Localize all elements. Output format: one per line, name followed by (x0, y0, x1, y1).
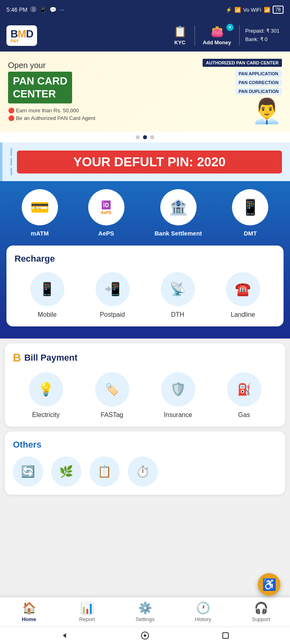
bill-fastag[interactable]: 🏷️ FASTag (95, 372, 129, 419)
whatsapp-icon: 📱 (39, 6, 46, 13)
other-icon-4: ⏱️ (136, 465, 150, 478)
nav-settings[interactable]: ⚙️ Settings (116, 601, 174, 622)
landline-icon-circle: ☎️ (226, 272, 260, 306)
more-icon: ··· (60, 6, 64, 13)
dmt-icon-circle: 📱 (232, 189, 268, 225)
recharge-mobile[interactable]: 📱 Mobile (30, 272, 64, 318)
history-icon: 🕐 (196, 601, 210, 615)
header-actions: 📋 KYC + 👛 Add Money Prepaid: ₹ 301 Bank:… (167, 25, 284, 45)
banner-title: PAN CARD CENTER (8, 72, 72, 103)
mobile-icon-circle: 📱 (30, 272, 64, 306)
back-button[interactable] (57, 628, 72, 643)
header-divider-1 (195, 25, 195, 45)
settings-icon: ⚙️ (138, 601, 152, 615)
electricity-icon: 💡 (38, 382, 54, 397)
pan-application[interactable]: PAN APPLICATION (235, 70, 282, 77)
dth-label: DTH (171, 311, 184, 318)
insurance-icon: 🛡️ (170, 382, 186, 397)
insurance-icon-circle: 🛡️ (161, 372, 195, 407)
pin-line-3 (10, 167, 12, 175)
settings-label: Settings (136, 616, 155, 622)
b-icon: Ⓑ (31, 6, 36, 13)
pin-banner: YOUR DEFULT PIN: 2020 (0, 142, 290, 181)
home-label: Home (22, 616, 36, 622)
pin-line-1 (10, 148, 12, 156)
service-dmt[interactable]: 📱 DMT (232, 189, 268, 237)
support-icon: 🎧 (254, 601, 268, 615)
recharge-card: Recharge 📱 Mobile 📲 Postpaid 📡 DTH (6, 246, 284, 326)
recharge-landline[interactable]: ☎️ Landline (226, 272, 260, 318)
recharge-dth[interactable]: 📡 DTH (161, 272, 195, 318)
insurance-label: Insurance (164, 411, 192, 419)
banner-container: Open your PAN CARD CENTER 🔴 Earn more th… (0, 52, 290, 132)
bill-electricity[interactable]: 💡 Electricity (29, 372, 63, 419)
header: BMD PAY 📋 KYC + 👛 Add Money Prepaid: ₹ 3… (0, 19, 290, 52)
nav-support[interactable]: 🎧 Support (232, 601, 290, 622)
prepaid-balance: Prepaid: ₹ 301 (245, 27, 280, 35)
services-section: 💳 mATM 🆔 AePS AePS 🏦 Bank Settlement 📱 D… (0, 181, 290, 339)
kyc-icon: 📋 (174, 25, 186, 38)
dth-icon: 📡 (170, 281, 186, 297)
battery-display: 78 (273, 6, 284, 14)
bill-gas[interactable]: ⛽ Gas (227, 372, 261, 419)
recharge-postpaid[interactable]: 📲 Postpaid (95, 272, 130, 318)
report-label: Report (79, 616, 95, 622)
postpaid-icon-circle: 📲 (95, 272, 130, 306)
bank-balance: Bank: ₹ 0 (245, 35, 280, 44)
home-icon: 🏠 (22, 601, 36, 615)
other-icon-3: 📋 (97, 465, 112, 478)
other-item-4[interactable]: ⏱️ (128, 456, 158, 487)
home-button[interactable] (138, 628, 152, 643)
signal-icon: 📶 (234, 7, 241, 13)
svg-rect-3 (223, 633, 228, 638)
other-icon-2: 🌿 (59, 465, 73, 478)
pan-correction[interactable]: PAN CORRECTION (235, 79, 282, 86)
other-item-2[interactable]: 🌿 (51, 456, 81, 487)
status-right: ⚡ 📶 Vo WiFi 📶 78 (226, 6, 284, 14)
banner-earn: 🔴 Earn more than Rs. 50,000 (8, 107, 193, 114)
add-money-button[interactable]: + 👛 Add Money (197, 25, 238, 45)
nav-home[interactable]: 🏠 Home (0, 601, 58, 622)
dth-icon-circle: 📡 (161, 272, 195, 306)
nav-history[interactable]: 🕐 History (174, 601, 232, 622)
dot-2[interactable] (143, 135, 147, 139)
others-section: Others 🔄 🌿 📋 ⏱️ (5, 431, 285, 495)
status-bar: 5:46 PM Ⓑ 📱 💬 ··· ⚡ 📶 Vo WiFi 📶 78 (0, 0, 290, 19)
kyc-button[interactable]: 📋 KYC (167, 25, 193, 45)
service-aeps[interactable]: 🆔 AePS AePS (88, 189, 124, 237)
history-label: History (195, 616, 211, 622)
nav-report[interactable]: 📊 Report (58, 601, 116, 622)
plus-badge: + (226, 24, 234, 31)
square-button[interactable] (218, 628, 233, 643)
spacer (0, 500, 290, 580)
system-nav (0, 626, 290, 644)
bill-grid: 💡 Electricity 🏷️ FASTag 🛡️ Insurance ⛽ G… (13, 372, 277, 419)
dot-3[interactable] (150, 135, 154, 139)
pin-lines (10, 148, 12, 175)
fab-icon: ♿ (262, 578, 276, 591)
fab-button[interactable]: ♿ (258, 573, 280, 596)
dmt-label: DMT (244, 229, 257, 237)
add-money-icon: 👛 (211, 25, 224, 38)
service-matm[interactable]: 💳 mATM (22, 189, 58, 237)
bluetooth-icon: ⚡ (226, 7, 232, 13)
b-icon: B (13, 351, 21, 364)
bank-icon-circle: 🏦 (160, 189, 197, 225)
bill-payment-text: Bill Payment (24, 353, 77, 363)
banner-right: AUTHORIZED PAN CARD CENTER PAN APPLICATI… (193, 59, 282, 125)
pan-duplication[interactable]: PAN DUPLICATION (235, 88, 282, 95)
other-icon-1: 🔄 (21, 465, 35, 478)
logo-pay-text: PAY (10, 39, 19, 43)
other-item-1[interactable]: 🔄 (13, 456, 43, 487)
dmt-icon: 📱 (241, 198, 260, 216)
service-bank-settlement[interactable]: 🏦 Bank Settlement (155, 189, 202, 237)
aeps-label: AePS (98, 229, 114, 237)
other-item-3[interactable]: 📋 (89, 456, 120, 487)
electricity-label: Electricity (32, 411, 60, 419)
bill-insurance[interactable]: 🛡️ Insurance (161, 372, 195, 419)
dot-1[interactable] (136, 135, 140, 139)
carousel-dots (0, 132, 290, 142)
vowifi-icon: Vo WiFi (243, 7, 261, 13)
postpaid-label: Postpaid (100, 311, 125, 318)
svg-point-2 (144, 634, 146, 637)
